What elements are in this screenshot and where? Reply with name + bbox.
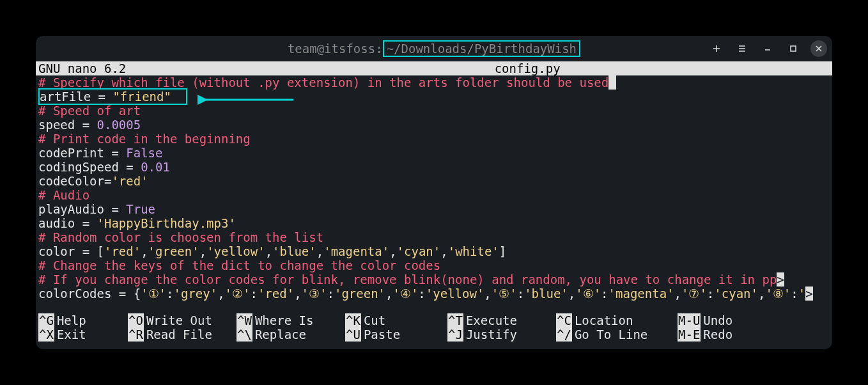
titlebar-controls — [708, 36, 827, 61]
cursor — [608, 75, 616, 90]
help-row-2: ^XExit ^RRead File ^\Replace ^UPaste ^JJ… — [38, 327, 830, 342]
comment: # Random color is choosen from the list — [38, 230, 323, 244]
nano-version: GNU nano 6.2 — [38, 61, 126, 75]
help-exit: ^XExit — [38, 327, 128, 342]
editor-content[interactable]: # Specify which file (without .py extens… — [36, 75, 832, 301]
artfile-highlight: artFile = "friend" — [38, 88, 187, 105]
comment: # Speed of art — [38, 104, 141, 118]
help-help: ^GHelp — [38, 313, 128, 327]
help-justify: ^JJustify — [447, 327, 556, 342]
help-replace: ^\Replace — [236, 327, 345, 342]
terminal-window: team@itsfoss: ~/Downloads/PyBirthdayWish… — [36, 36, 832, 349]
comment: # If you change the color codes for blin… — [38, 272, 777, 287]
truncate-indicator: > — [777, 272, 784, 287]
titlebar: team@itsfoss: ~/Downloads/PyBirthdayWish — [36, 36, 832, 61]
svg-rect-0 — [791, 46, 796, 51]
help-cut: ^KCut — [345, 313, 447, 327]
nano-statusbar: GNU nano 6.2 config.py — [36, 61, 832, 75]
help-gotoline: ^/Go To Line — [556, 327, 678, 342]
help-readfile: ^RRead File — [128, 327, 236, 342]
truncate-indicator: > — [805, 287, 812, 301]
title-path-highlight: ~/Downloads/PyBirthdayWish — [383, 40, 580, 57]
help-row-1: ^GHelp ^OWrite Out ^WWhere Is ^KCut ^TEx… — [38, 313, 830, 327]
nano-filename: config.py — [225, 61, 830, 75]
window-title: team@itsfoss: ~/Downloads/PyBirthdayWish — [288, 40, 580, 57]
new-tab-button[interactable] — [708, 40, 725, 57]
help-whereis: ^WWhere Is — [236, 313, 345, 327]
help-redo: M-ERedo — [678, 327, 732, 342]
help-writeout: ^OWrite Out — [128, 313, 236, 327]
nano-help-bar: ^GHelp ^OWrite Out ^WWhere Is ^KCut ^TEx… — [38, 313, 830, 342]
help-paste: ^UPaste — [345, 327, 447, 342]
comment: # Audio — [38, 188, 89, 202]
comment: # Change the keys of the dict to change … — [38, 258, 440, 272]
comment: # Specify which file (without .py extens… — [38, 75, 608, 90]
help-undo: M-UUndo — [678, 313, 732, 327]
hamburger-menu-button[interactable] — [734, 40, 750, 57]
minimize-button[interactable] — [759, 40, 776, 57]
help-execute: ^TExecute — [447, 313, 556, 327]
help-location: ^CLocation — [556, 313, 678, 327]
maximize-button[interactable] — [785, 40, 802, 57]
title-prefix: team@itsfoss: — [288, 42, 383, 56]
comment: # Print code in the beginning — [38, 132, 251, 146]
close-button[interactable] — [810, 40, 827, 57]
